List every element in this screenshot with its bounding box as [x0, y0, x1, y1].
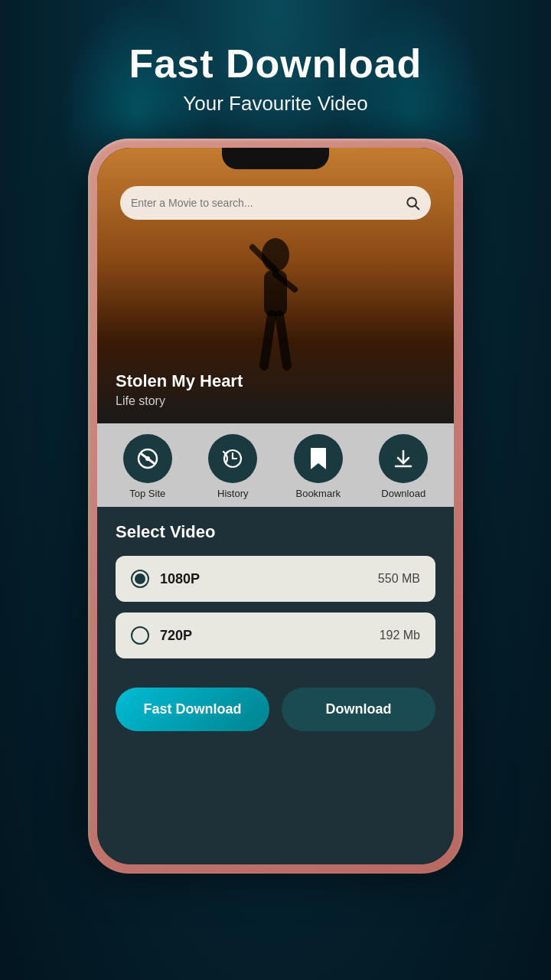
- bookmark-icon: [294, 434, 343, 483]
- quality-size-720p: 192 Mb: [380, 629, 420, 642]
- bookmark-label: Bookmark: [295, 488, 341, 499]
- phone-outer: Stolen My Heart Life story Top Site: [88, 139, 463, 874]
- hero-silhouette: [230, 224, 321, 377]
- search-icon: [405, 195, 420, 211]
- nav-item-bookmark[interactable]: Bookmark: [294, 434, 343, 499]
- hero-subtitle: Life story: [116, 394, 243, 408]
- phone-nav: Top Site History: [97, 423, 454, 507]
- phone-buttons: Fast Download Download: [116, 688, 435, 731]
- svg-line-7: [279, 315, 287, 366]
- history-icon: [208, 434, 257, 483]
- select-video-title: Select Video: [116, 522, 435, 542]
- top-site-icon: [123, 434, 172, 483]
- download-nav-icon: [379, 434, 428, 483]
- nav-item-top-site[interactable]: Top Site: [123, 434, 172, 499]
- page-title: Fast Download: [129, 42, 422, 86]
- svg-rect-5: [264, 270, 287, 316]
- nav-item-history[interactable]: History: [208, 434, 257, 499]
- phone-content: Select Video 1080P 550 MB: [97, 507, 454, 864]
- phone-hero: Stolen My Heart Life story: [97, 148, 454, 423]
- quality-label-720p: 720P: [160, 628, 192, 644]
- history-label: History: [217, 488, 248, 499]
- quality-option-left-720p: 720P: [131, 626, 192, 645]
- download-nav-label: Download: [381, 488, 425, 499]
- quality-label-1080p: 1080P: [160, 571, 200, 587]
- page-subtitle: Your Favourite Video: [129, 92, 422, 116]
- svg-line-6: [264, 315, 272, 366]
- hero-title: Stolen My Heart: [116, 371, 243, 391]
- radio-1080p: [131, 570, 149, 588]
- fast-download-button[interactable]: Fast Download: [116, 688, 269, 731]
- download-button[interactable]: Download: [282, 688, 435, 731]
- phone-frame: Stolen My Heart Life story Top Site: [88, 139, 463, 874]
- hero-text: Stolen My Heart Life story: [116, 371, 243, 408]
- quality-option-left-1080p: 1080P: [131, 570, 200, 588]
- radio-inner-1080p: [135, 573, 145, 584]
- phone-inner: Stolen My Heart Life story Top Site: [97, 148, 454, 864]
- radio-720p: [131, 626, 149, 645]
- svg-line-1: [416, 206, 419, 210]
- phone-notch: [222, 148, 329, 169]
- quality-option-720p[interactable]: 720P 192 Mb: [116, 612, 435, 658]
- search-bar: [120, 186, 431, 220]
- header: Fast Download Your Favourite Video: [129, 42, 422, 116]
- search-input[interactable]: [131, 197, 399, 209]
- quality-option-1080p[interactable]: 1080P 550 MB: [116, 556, 435, 602]
- top-site-label: Top Site: [129, 488, 165, 499]
- quality-size-1080p: 550 MB: [378, 572, 420, 586]
- nav-item-download[interactable]: Download: [379, 434, 428, 499]
- svg-point-10: [145, 456, 150, 461]
